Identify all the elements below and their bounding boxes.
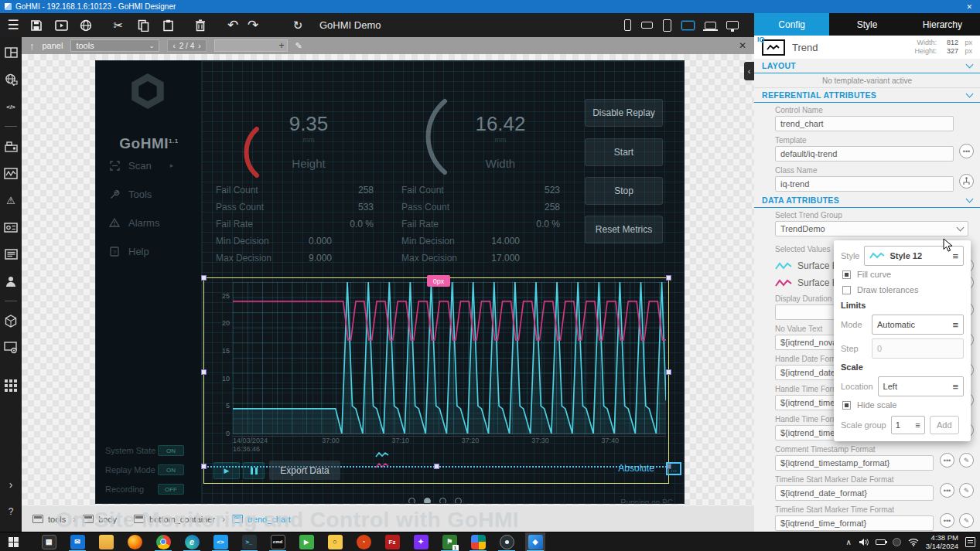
class-name-input[interactable] [775, 176, 954, 192]
field-more-button[interactable]: ••• [940, 483, 954, 498]
file-explorer-icon[interactable] [96, 532, 116, 551]
location-select[interactable]: Left≡ [878, 376, 964, 396]
model-3d-icon[interactable] [0, 311, 22, 330]
draw-tolerances-checkbox[interactable] [842, 286, 851, 294]
media-player-icon[interactable]: ▶ [296, 532, 316, 551]
prev-page-icon[interactable]: ‹ [172, 42, 175, 50]
timeline-start-time-format-input[interactable] [775, 515, 934, 531]
resize-handle[interactable] [201, 275, 207, 281]
publish-icon[interactable] [76, 15, 96, 36]
machine-icon[interactable] [0, 137, 22, 155]
template-input[interactable] [775, 146, 954, 162]
help-icon[interactable]: ? [0, 502, 22, 521]
timeline-start-date-format-input[interactable] [775, 485, 934, 501]
timeline-mode-label[interactable]: Absolute [592, 463, 654, 474]
section-layout[interactable]: LAYOUT [754, 59, 980, 73]
chrome-icon[interactable] [153, 532, 173, 551]
field-edit-button[interactable]: ✎ [959, 483, 974, 498]
preview-icon[interactable] [51, 15, 71, 36]
start-button[interactable]: Start [585, 138, 663, 166]
sync-icon[interactable]: ↻ [288, 15, 308, 36]
page-dot[interactable] [439, 498, 446, 504]
design-tool-icon[interactable]: ✦ [411, 532, 431, 551]
phone-portrait-icon[interactable] [624, 19, 631, 31]
design-canvas[interactable]: ‹ GoHMI1.1 Scan ▸ Tools Alarms [22, 54, 754, 506]
taskbar-clock[interactable]: 4:38 PM 3/14/2024 [926, 533, 958, 550]
field-more-button[interactable]: ••• [940, 513, 954, 528]
resize-handle[interactable] [201, 464, 207, 469]
layout-icon[interactable] [0, 43, 22, 62]
desktop-icon[interactable] [726, 21, 739, 29]
trend-group-select[interactable]: TrendDemo [775, 221, 968, 236]
pause-button[interactable] [243, 462, 265, 479]
tab-config[interactable]: Config [754, 13, 829, 36]
volume-icon[interactable] [859, 538, 869, 546]
laptop-icon[interactable] [705, 22, 716, 29]
start-button[interactable] [0, 532, 26, 551]
resize-handle[interactable] [434, 275, 439, 281]
save-icon[interactable] [26, 15, 46, 36]
reset-metrics-button[interactable]: Reset Metrics [585, 216, 663, 243]
tab-hierarchy[interactable]: Hierarchy [905, 13, 980, 36]
display-icon[interactable] [0, 218, 22, 236]
page-dot[interactable] [408, 498, 415, 504]
breadcrumb-item-tools[interactable]: tools [32, 515, 66, 524]
apps-grid-icon[interactable] [0, 376, 22, 395]
undo-icon[interactable]: ↶ [223, 15, 243, 36]
panel-collapse-icon[interactable]: ‹ [744, 62, 754, 80]
meet-icon[interactable] [468, 532, 488, 551]
wifi-icon[interactable] [908, 538, 919, 546]
tasks-app-icon[interactable]: ⚑1 [439, 532, 459, 551]
field-edit-button[interactable]: ✎ [959, 513, 974, 528]
play-button[interactable]: ▶ [213, 462, 240, 479]
tablet-landscape-icon[interactable] [681, 21, 695, 30]
copy-icon[interactable] [133, 15, 153, 36]
hmi-nav-tools[interactable]: Tools [96, 182, 202, 206]
redo-icon[interactable]: ↷ [243, 15, 263, 36]
stop-button[interactable]: Stop [585, 177, 663, 205]
trend-chart-control[interactable]: 0510152025 14/03/202416:36:4637:0037:103… [203, 277, 669, 465]
breadcrumb-item-bottom-container[interactable]: bottom_container [134, 515, 215, 524]
breadcrumb-item-trend-chart[interactable]: trend_chart [232, 515, 291, 524]
next-page-icon[interactable]: › [198, 42, 200, 50]
window-close-icon[interactable]: ✕ [963, 3, 975, 11]
fill-curve-checkbox[interactable] [842, 270, 851, 279]
edge-icon[interactable]: e [182, 532, 202, 551]
class-hierarchy-button[interactable] [959, 174, 974, 189]
style-select[interactable]: Style 12 ≡ [864, 246, 964, 266]
page-dot[interactable] [455, 498, 462, 504]
add-icon[interactable]: + [279, 40, 287, 51]
recorder-icon[interactable] [497, 532, 517, 551]
notification-center-icon[interactable] [965, 537, 975, 547]
tablet-portrait-icon[interactable] [663, 19, 671, 32]
export-data-button[interactable]: Export Data [269, 461, 340, 480]
alarm-icon[interactable]: ⚠ [0, 191, 22, 209]
menu-lines-icon[interactable]: ≡ [952, 250, 958, 262]
terminal-icon[interactable]: >_ [239, 532, 259, 551]
add-scale-group-button[interactable]: Add [930, 416, 959, 434]
scale-group-select[interactable]: 1≡ [891, 416, 925, 434]
resize-handle[interactable] [201, 369, 207, 375]
search-tool-icon[interactable]: ○ [325, 532, 345, 551]
section-referential[interactable]: REFERENTIAL ATTRIBUTES [754, 88, 980, 103]
screen-settings-icon[interactable] [0, 338, 22, 357]
mode-select[interactable]: Automatic≡ [872, 315, 964, 335]
tray-expand-icon[interactable]: ∧ [845, 538, 851, 546]
delete-icon[interactable] [190, 15, 210, 36]
phone-landscape-icon[interactable] [641, 22, 653, 29]
panel-select[interactable]: tools ⌄ [70, 39, 159, 52]
mail-icon[interactable]: ✉ [67, 532, 87, 551]
timeline-more-button[interactable]: … [666, 462, 681, 475]
hmi-nav-scan[interactable]: Scan ▸ [96, 154, 202, 177]
form-icon[interactable] [0, 245, 22, 264]
language-icon[interactable] [0, 70, 22, 89]
disable-replay-button[interactable]: Disable Replay [585, 99, 663, 127]
comment-timestamp-format-input[interactable] [775, 455, 934, 471]
filezilla-icon[interactable]: Fz [382, 532, 402, 551]
code-icon[interactable]: </> [0, 97, 22, 116]
firefox-icon[interactable] [125, 532, 145, 551]
cut-icon[interactable]: ✂ [108, 15, 128, 36]
close-panel-icon[interactable]: ✕ [739, 40, 746, 51]
hmi-nav-alarms[interactable]: Alarms [96, 211, 202, 234]
up-level-icon[interactable]: ↑ [29, 40, 35, 52]
